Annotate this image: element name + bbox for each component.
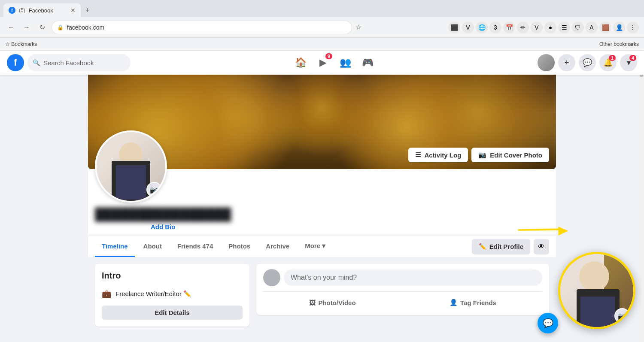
zoom-circle: 📷 <box>558 252 635 329</box>
extension-icon-8[interactable]: ● <box>544 21 556 33</box>
tab-more[interactable]: More ▾ <box>298 236 332 257</box>
post-avatar <box>263 269 280 286</box>
extension-icon-1[interactable]: ⬛ <box>448 21 460 33</box>
profile-camera-button[interactable]: 📷 <box>146 182 162 197</box>
edit-cover-photo-button[interactable]: 📷 Edit Cover Photo <box>471 148 549 162</box>
profile-picture-container[interactable]: 📷 <box>95 130 167 203</box>
home-nav-button[interactable]: 🏠 <box>290 52 311 73</box>
refresh-button[interactable]: ↻ <box>36 21 48 33</box>
photo-video-label: Photo/Video <box>318 299 355 306</box>
tab-close-button[interactable]: ✕ <box>70 7 76 14</box>
messenger-button[interactable]: 💬 <box>579 54 596 71</box>
extension-icon-4[interactable]: 3 <box>489 21 501 33</box>
edit-details-button[interactable]: Edit Details <box>102 306 243 320</box>
facebook-navbar: f 🔍 Search Facebook 🏠 ▶ 9 👥 🎮 + 💬 🔔 1 <box>0 51 644 75</box>
bookmark-star-icon[interactable]: ☆ <box>355 23 361 31</box>
browser-tab-bar: f (5) Facebook ✕ + <box>0 0 644 17</box>
tab-about[interactable]: About <box>137 236 169 257</box>
activity-log-button[interactable]: ☰ Activity Log <box>408 148 468 162</box>
edit-cover-photo-label: Edit Cover Photo <box>490 151 542 159</box>
gaming-icon: 🎮 <box>362 57 374 68</box>
plus-button[interactable]: + <box>558 54 575 71</box>
user-profile-icon[interactable]: 👤 <box>613 21 625 33</box>
notifications-button[interactable]: 🔔 1 <box>599 54 617 71</box>
nav-profile-image[interactable] <box>538 54 555 71</box>
zoom-camera-button[interactable]: 📷 <box>614 308 630 324</box>
tab-count: (5) <box>19 7 25 13</box>
right-column: What's on your mind? 🖼 Photo/Video 👤 Tag… <box>256 264 549 327</box>
chrome-menu-icon[interactable]: ⋮ <box>627 21 639 33</box>
forward-button[interactable]: → <box>21 21 33 33</box>
address-bar[interactable]: 🔒 facebook.com <box>52 21 352 34</box>
post-input-placeholder[interactable]: What's on your mind? <box>284 269 542 286</box>
intro-title: Intro <box>102 271 243 281</box>
facebook-main-content: ☰ Activity Log 📷 Edit Cover Photo <box>0 75 644 333</box>
home-icon: 🏠 <box>295 57 307 68</box>
intro-job-item: 💼 Freelance Writer/Editor ✏️ <box>102 286 243 302</box>
toolbar-icons: ⬛ V 🌐 3 📅 ✏ V ● ☰ 🛡 A 🟫 👤 ⋮ <box>448 21 639 33</box>
nav-center: 🏠 ▶ 9 👥 🎮 <box>131 52 538 73</box>
facebook-logo[interactable]: f <box>7 54 24 71</box>
active-tab[interactable]: f (5) Facebook ✕ <box>3 3 81 17</box>
new-tab-button[interactable]: + <box>82 5 93 15</box>
extension-icon-9[interactable]: ☰ <box>558 21 570 33</box>
search-icon: 🔍 <box>33 59 40 66</box>
extension-icon-10[interactable]: 🛡 <box>572 21 584 33</box>
messenger-icon: 💬 <box>583 58 592 67</box>
tag-friends-button[interactable]: 👤 Tag Friends <box>404 295 542 310</box>
cover-area: ☰ Activity Log 📷 Edit Cover Photo <box>88 75 556 257</box>
nav-right: + 💬 🔔 1 ▾ 4 <box>538 54 637 71</box>
photo-icon: 🖼 <box>309 299 316 306</box>
post-input-row: What's on your mind? <box>263 269 542 292</box>
video-nav-button[interactable]: ▶ 9 <box>313 52 333 73</box>
extension-icon-7[interactable]: V <box>531 21 543 33</box>
profile-camera-icon: 📷 <box>150 186 158 194</box>
menu-button[interactable]: ▾ 4 <box>620 54 637 71</box>
activity-log-icon: ☰ <box>415 151 421 159</box>
groups-nav-button[interactable]: 👥 <box>335 52 355 73</box>
menu-badge: 4 <box>629 55 636 61</box>
video-icon: ▶ <box>319 57 327 68</box>
profile-section: 📷 ████████████████ Add Bio <box>88 169 556 236</box>
profile-name: ████████████████ <box>95 208 231 221</box>
gaming-nav-button[interactable]: 🎮 <box>357 52 378 73</box>
tab-photos[interactable]: Photos <box>222 236 257 257</box>
tab-friends[interactable]: Friends 474 <box>170 236 220 257</box>
zoom-camera-icon: 📷 <box>618 312 626 320</box>
lock-icon: 🔒 <box>57 24 64 30</box>
search-bar[interactable]: 🔍 Search Facebook <box>27 54 131 71</box>
profile-content-grid: Intro 💼 Freelance Writer/Editor ✏️ Edit … <box>88 264 556 327</box>
tag-icon: 👤 <box>450 299 458 306</box>
tab-archive[interactable]: Archive <box>259 236 296 257</box>
tab-title: Facebook <box>29 7 53 14</box>
camera-cover-icon: 📷 <box>478 151 486 159</box>
bookmarks-bar: ☆ Bookmarks Other bookmarks <box>0 38 644 51</box>
briefcase-icon: 💼 <box>102 289 112 299</box>
extension-icon-6[interactable]: ✏ <box>517 21 529 33</box>
extension-icon-11[interactable]: A <box>586 21 598 33</box>
plus-icon: + <box>565 58 569 67</box>
photo-video-button[interactable]: 🖼 Photo/Video <box>263 295 402 310</box>
notifications-badge: 1 <box>609 55 616 61</box>
intro-job-text: Freelance Writer/Editor ✏️ <box>115 290 191 298</box>
extension-icon-2[interactable]: V <box>462 21 474 33</box>
add-bio-link[interactable]: Add Bio <box>95 223 231 230</box>
video-badge: 9 <box>325 53 332 59</box>
extension-icon-3[interactable]: 🌐 <box>476 21 488 33</box>
address-bar-row: ← → ↻ 🔒 facebook.com ☆ ⬛ V 🌐 3 📅 ✏ V ● ☰… <box>0 17 644 38</box>
browser-scrollbar[interactable] <box>639 51 644 342</box>
zoom-annotation: 📷 <box>558 252 635 329</box>
tag-friends-label: Tag Friends <box>460 299 496 306</box>
extension-icon-12[interactable]: 🟫 <box>599 21 611 33</box>
post-actions-row: 🖼 Photo/Video 👤 Tag Friends <box>263 292 542 310</box>
bookmarks-label[interactable]: ☆ Bookmarks <box>5 41 37 47</box>
messenger-fab[interactable]: 💬 <box>538 313 558 333</box>
other-bookmarks[interactable]: Other bookmarks <box>599 41 639 47</box>
cover-actions: ☰ Activity Log 📷 Edit Cover Photo <box>408 148 549 162</box>
extension-icon-5[interactable]: 📅 <box>503 21 515 33</box>
messenger-fab-icon: 💬 <box>543 318 553 328</box>
tab-timeline[interactable]: Timeline <box>95 236 135 257</box>
profile-tabs: Timeline About Friends 474 Photos Archiv… <box>88 236 556 257</box>
back-button[interactable]: ← <box>5 21 17 33</box>
post-box: What's on your mind? 🖼 Photo/Video 👤 Tag… <box>256 264 549 315</box>
